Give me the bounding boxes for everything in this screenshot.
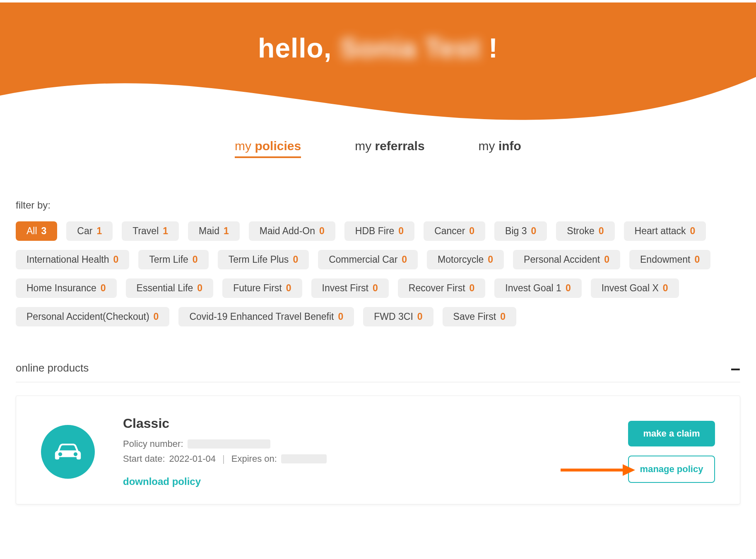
chip-count: 0 <box>566 283 571 293</box>
tab-light: my <box>479 139 498 153</box>
chip-count: 0 <box>695 255 700 264</box>
filter-chip[interactable]: Recover First0 <box>398 278 486 298</box>
make-claim-button[interactable]: make a claim <box>628 421 715 446</box>
filter-chip[interactable]: Save First0 <box>443 307 516 326</box>
tabs: my policies my referrals my info <box>0 139 756 158</box>
filter-chip[interactable]: International Health0 <box>16 250 129 269</box>
expires-label: Expires on: <box>231 453 277 464</box>
user-name-blurred: Sonia Test <box>340 32 480 64</box>
tab-strong: policies <box>255 139 301 153</box>
filter-chip[interactable]: Term Life Plus0 <box>218 250 309 269</box>
chip-label: Car <box>77 226 92 236</box>
filter-chip[interactable]: Big 30 <box>494 221 547 241</box>
chip-count: 0 <box>113 255 118 264</box>
chip-count: 0 <box>469 226 474 236</box>
separator: | <box>220 453 227 464</box>
filter-chip[interactable]: Stroke0 <box>556 221 614 241</box>
filter-chip[interactable]: Personal Accident(Checkout)0 <box>16 307 169 326</box>
tab-light: my <box>235 139 255 153</box>
chip-label: Cancer <box>434 226 465 236</box>
filter-chip[interactable]: Invest First0 <box>311 278 389 298</box>
chip-count: 3 <box>41 226 47 236</box>
filter-chip[interactable]: Invest Goal X0 <box>591 278 679 298</box>
chip-count: 0 <box>604 255 609 264</box>
chip-label: Heart attack <box>635 226 686 236</box>
filter-chip[interactable]: Covid-19 Enhanced Travel Benefit0 <box>178 307 354 326</box>
manage-policy-button[interactable]: manage policy <box>628 456 715 483</box>
plan-name: Classic <box>123 416 628 431</box>
chip-label: Personal Accident <box>524 255 600 264</box>
chip-label: Essential Life <box>137 283 193 293</box>
start-date-value: 2022-01-04 <box>169 453 216 464</box>
chip-label: Personal Accident(Checkout) <box>26 312 149 321</box>
filter-chip[interactable]: Maid Add-On0 <box>249 221 335 241</box>
chip-label: HDB Fire <box>355 226 395 236</box>
filter-chip[interactable]: Car1 <box>66 221 113 241</box>
chip-count: 0 <box>690 226 696 236</box>
filter-chip[interactable]: Invest Goal 10 <box>494 278 581 298</box>
policy-number-value-blurred <box>188 439 270 449</box>
filter-chip[interactable]: Maid1 <box>188 221 240 241</box>
chip-count: 0 <box>319 226 325 236</box>
chip-count: 0 <box>101 283 106 293</box>
filter-chip[interactable]: Endowment0 <box>629 250 710 269</box>
chip-count: 0 <box>197 283 202 293</box>
chip-count: 0 <box>398 226 404 236</box>
chip-label: FWD 3CI <box>374 312 413 321</box>
filter-chip[interactable]: Heart attack0 <box>624 221 706 241</box>
chip-label: Invest First <box>322 283 368 293</box>
section-online-products[interactable]: online products – <box>16 362 740 382</box>
filter-chip[interactable]: Term Life0 <box>138 250 208 269</box>
chip-count: 1 <box>224 226 229 236</box>
filter-chip[interactable]: FWD 3CI0 <box>363 307 433 326</box>
policy-number-label: Policy number: <box>123 439 183 449</box>
tab-referrals[interactable]: my referrals <box>355 139 424 158</box>
chip-count: 0 <box>599 226 604 236</box>
filter-chip[interactable]: Travel1 <box>122 221 179 241</box>
chip-count: 0 <box>193 255 198 264</box>
chip-count: 0 <box>373 283 378 293</box>
filter-chip[interactable]: Future First0 <box>222 278 302 298</box>
chip-count: 0 <box>154 312 159 321</box>
tab-strong: referrals <box>375 139 424 153</box>
expires-value-blurred <box>281 454 327 463</box>
chip-count: 1 <box>163 226 168 236</box>
chip-label: All <box>26 226 37 236</box>
filter-chip[interactable]: All3 <box>16 221 57 241</box>
chip-label: Home Insurance <box>26 283 96 293</box>
chip-count: 0 <box>402 255 407 264</box>
collapse-icon[interactable]: – <box>731 364 740 372</box>
filter-chip-row: All3Car1Travel1Maid1Maid Add-On0HDB Fire… <box>16 221 740 326</box>
chip-label: Stroke <box>567 226 594 236</box>
filter-chip[interactable]: Personal Accident0 <box>513 250 620 269</box>
chip-label: Travel <box>132 226 159 236</box>
filter-by-label: filter by: <box>16 199 740 211</box>
filter-chip[interactable]: Motorcycle0 <box>427 250 504 269</box>
tab-light: my <box>355 139 375 153</box>
chip-label: Big 3 <box>505 226 527 236</box>
start-date-label: Start date: <box>123 453 165 464</box>
section-title: online products <box>16 362 89 374</box>
chip-count: 1 <box>96 226 102 236</box>
chip-count: 0 <box>417 312 423 321</box>
chip-count: 0 <box>286 283 291 293</box>
filter-chip[interactable]: Cancer0 <box>424 221 485 241</box>
chip-label: Future First <box>233 283 282 293</box>
chip-label: Maid <box>199 226 219 236</box>
filter-chip[interactable]: Home Insurance0 <box>16 278 117 298</box>
tab-policies[interactable]: my policies <box>235 139 301 158</box>
chip-label: Maid Add-On <box>260 226 315 236</box>
chip-label: Term Life Plus <box>229 255 289 264</box>
filter-chip[interactable]: Essential Life0 <box>126 278 214 298</box>
tab-strong: info <box>498 139 521 153</box>
chip-count: 0 <box>338 312 343 321</box>
chip-label: Invest Goal 1 <box>505 283 561 293</box>
chip-count: 0 <box>293 255 298 264</box>
filter-chip[interactable]: HDB Fire0 <box>344 221 414 241</box>
chip-label: Term Life <box>149 255 188 264</box>
download-policy-link[interactable]: download policy <box>123 476 201 487</box>
tab-info[interactable]: my info <box>479 139 521 158</box>
chip-label: Save First <box>453 312 496 321</box>
filter-chip[interactable]: Commercial Car0 <box>318 250 418 269</box>
greeting-bang: ! <box>489 32 498 64</box>
